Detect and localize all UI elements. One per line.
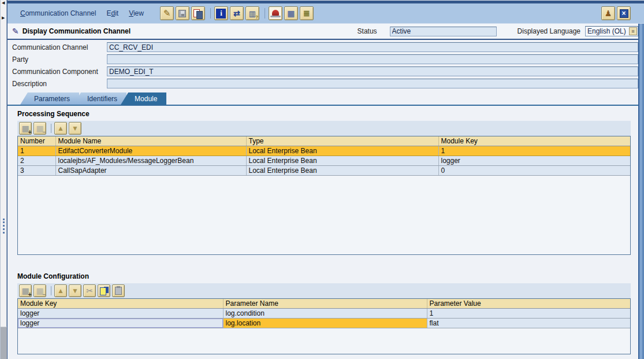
main-panel: Communication Channel Edit View ✎ i ⇄ ▥? <box>7 0 644 359</box>
column-header: Parameter Name <box>223 299 427 309</box>
menu-edit[interactable]: Edit <box>106 9 118 17</box>
move-up-button[interactable]: ▲ <box>54 122 67 135</box>
copy-object-button[interactable] <box>191 6 205 20</box>
delete-row-button[interactable]: ▦− <box>33 122 46 135</box>
table-cell[interactable]: 1 <box>427 309 630 319</box>
party-field[interactable] <box>107 54 638 64</box>
table-cell[interactable]: localejbs/AF_Modules/MessageLoggerBean <box>55 156 246 166</box>
table-cell[interactable]: Local Enterprise Bean <box>246 166 438 176</box>
delete-row-button[interactable]: ▦− <box>33 284 46 297</box>
move-down-button[interactable]: ▼ <box>69 122 81 135</box>
module-configuration-section: ▦+ ▦− ▲ ▼ ✂ <box>17 283 631 354</box>
table-cell[interactable]: CallSapAdapter <box>55 166 246 176</box>
splitter-drag-handle[interactable] <box>3 219 5 234</box>
communication-component-field[interactable] <box>107 66 638 76</box>
table-cell[interactable]: 2 <box>18 156 55 166</box>
menu-communication-channel[interactable]: Communication Channel <box>20 9 96 17</box>
communication-component-label: Communication Component <box>12 68 107 76</box>
tab-identifiers[interactable]: Identifiers <box>73 92 126 105</box>
table-cell[interactable]: 0 <box>438 166 630 176</box>
description-label: Description <box>12 80 107 88</box>
log-button[interactable]: ≣ <box>300 6 314 20</box>
insert-row-icon: ▦+ <box>21 124 31 134</box>
displayed-language-label: Displayed Language <box>518 27 580 35</box>
collapse-left-icon[interactable]: ◀ <box>2 1 5 5</box>
down-arrow-icon: ▼ <box>72 287 79 295</box>
column-header: Module Name <box>55 136 246 146</box>
menu-bar: Communication Channel Edit View ✎ i ⇄ ▥? <box>8 3 644 24</box>
red-hat-icon <box>270 10 281 17</box>
switch-display-change-button[interactable]: ✎ <box>160 6 174 20</box>
insert-row-icon: ▦+ <box>21 286 31 296</box>
tab-parameters[interactable]: Parameters <box>20 92 79 105</box>
copy-rows-button[interactable] <box>98 284 110 297</box>
table-cell[interactable]: log.condition <box>223 309 427 319</box>
administration-button[interactable] <box>269 6 282 20</box>
column-header: Type <box>246 136 438 146</box>
clipboard-icon <box>115 287 122 295</box>
paste-button[interactable] <box>112 284 125 297</box>
where-used-button[interactable]: ▥? <box>245 6 259 20</box>
insert-row-button[interactable]: ▦+ <box>19 122 32 135</box>
table-cell[interactable]: Local Enterprise Bean <box>246 146 438 156</box>
table-cell[interactable]: EdifactConverterModule <box>55 146 246 156</box>
close-button[interactable]: × <box>617 6 631 20</box>
title-row: ✎ Display Communication Channel Status D… <box>8 24 638 40</box>
table-cell[interactable]: logger <box>18 309 223 319</box>
delete-row-icon: ▦− <box>35 124 45 134</box>
log-scroll-icon: ≣ <box>303 9 310 18</box>
edit-pencil-icon: ✎ <box>163 9 171 17</box>
communication-channel-field[interactable] <box>107 42 638 52</box>
table-cell[interactable]: 1 <box>438 146 630 156</box>
test-configuration-button[interactable]: ♟ <box>601 6 615 20</box>
table-cell[interactable]: flat <box>427 319 630 328</box>
scissors-icon: ✂ <box>86 286 93 295</box>
table-cell[interactable]: Local Enterprise Bean <box>246 156 438 166</box>
move-down-button[interactable]: ▼ <box>69 284 81 297</box>
copy-icon <box>193 9 202 18</box>
processing-sequence-heading: Processing Sequence <box>17 110 638 118</box>
insert-row-button[interactable]: ▦+ <box>19 284 32 297</box>
expand-right-icon[interactable]: ▶ <box>2 16 5 20</box>
table-cell[interactable]: 3 <box>18 166 55 176</box>
info-button[interactable]: i <box>214 6 228 20</box>
module-configuration-table-area: Module KeyParameter NameParameter Valuel… <box>17 298 631 354</box>
table-row: loggerlog.condition1 <box>18 309 630 319</box>
cut-button[interactable]: ✂ <box>83 284 96 297</box>
save-button[interactable] <box>176 6 189 20</box>
table-row: 1EdifactConverterModuleLocal Enterprise … <box>18 146 630 156</box>
table-cell[interactable]: 1 <box>18 146 55 156</box>
move-up-button[interactable]: ▲ <box>54 284 67 297</box>
column-header: Module Key <box>18 299 223 309</box>
left-splitter-strip[interactable]: ◀ ▶ <box>0 0 7 359</box>
language-combo[interactable]: English (OL) ≡ <box>585 26 638 36</box>
table-row: 3CallSapAdapterLocal Enterprise Bean0 <box>18 166 630 176</box>
tab-strip: Parameters Identifiers Module <box>8 92 638 106</box>
list-view-button[interactable]: ▦ <box>284 6 298 20</box>
page-title: Display Communication Channel <box>23 27 131 35</box>
module-configuration-table: Module KeyParameter NameParameter Valuel… <box>18 299 630 328</box>
table-cell[interactable]: logger <box>18 319 223 328</box>
menu-view[interactable]: View <box>129 9 144 17</box>
processing-sequence-toolbar: ▦+ ▦− ▲ ▼ <box>17 121 631 136</box>
window-body: ✎ Display Communication Channel Status D… <box>8 24 644 359</box>
toolbar-separator <box>210 8 211 18</box>
column-header: Parameter Value <box>427 299 630 309</box>
table-cell[interactable]: log.location <box>223 319 427 328</box>
table-cell[interactable]: logger <box>438 156 630 166</box>
description-field[interactable] <box>107 79 638 88</box>
navigation-button[interactable]: ⇄ <box>230 6 244 20</box>
tab-module[interactable]: Module <box>121 92 166 105</box>
communication-channel-label: Communication Channel <box>12 43 107 51</box>
right-frame-strip <box>638 24 644 359</box>
toolbar-separator <box>51 286 51 295</box>
hat-stand-icon: ♟ <box>605 9 612 18</box>
dropdown-list-icon[interactable]: ≡ <box>629 27 637 35</box>
status-field[interactable] <box>390 27 497 36</box>
status-label: Status <box>358 27 377 35</box>
sap-integration-builder-window: ◀ ▶ Communication Channel Edit View ✎ i <box>0 0 644 359</box>
module-configuration-toolbar: ▦+ ▦− ▲ ▼ ✂ <box>17 283 631 298</box>
language-value: English (OL) <box>587 27 626 35</box>
header-form: Communication Channel Party Communicatio… <box>8 40 638 90</box>
party-label: Party <box>12 55 107 64</box>
